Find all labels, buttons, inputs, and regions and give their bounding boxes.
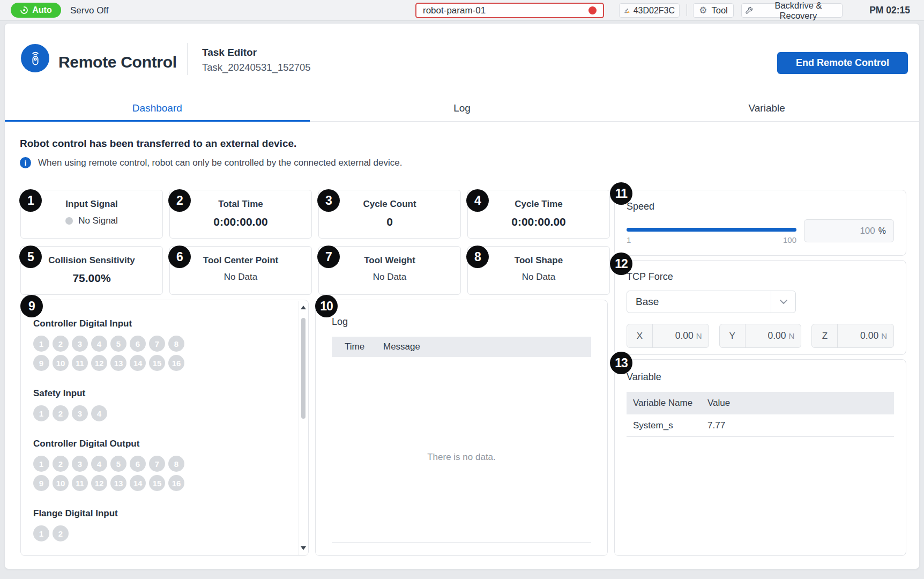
stat-card-title: Tool Weight — [364, 255, 415, 266]
log-panel-title: Log — [332, 316, 348, 328]
speed-slider-track[interactable] — [627, 228, 796, 232]
io-indicator-14: 14 — [130, 355, 146, 371]
axis-label-x: X — [627, 324, 653, 347]
stat-card-cycle-count: 3Cycle Count0 — [318, 190, 461, 239]
axis-unit: N — [696, 331, 702, 340]
variable-table-body: System_s7.77 — [627, 414, 894, 437]
io-indicator-12: 12 — [91, 475, 107, 491]
tab-bar: DashboardLogVariable — [5, 95, 919, 122]
tcp-force-panel: 12 TCP Force Base X0.00NY0.00NZ0.00N — [614, 260, 906, 355]
io-indicator-13: 13 — [110, 355, 126, 371]
tcp-force-panel-title: TCP Force — [627, 271, 673, 283]
log-panel: 10 Log TimeMessage There is no data. — [315, 300, 608, 556]
io-indicator-2: 2 — [53, 456, 69, 472]
io-group-label-controller-digital-input: Controller Digital Input — [33, 318, 299, 329]
io-indicator-13: 13 — [110, 475, 126, 491]
stat-card-input-signal: 1Input SignalNo Signal — [20, 190, 163, 239]
variable-name-cell: System_s — [627, 420, 707, 431]
robot-mode-badge[interactable]: Auto — [11, 3, 61, 18]
speed-value: 100 — [860, 226, 875, 236]
tcp-force-z-field: Z0.00N — [811, 324, 894, 348]
io-indicator-15: 15 — [149, 355, 165, 371]
io-indicator-9: 9 — [33, 475, 49, 491]
page-title: Remote Control — [58, 53, 177, 71]
tool-button[interactable]: ⚙ Tool — [693, 3, 734, 18]
annotation-badge-12: 12 — [610, 253, 632, 275]
speed-unit: % — [878, 226, 886, 236]
axis-value-wrap: 0.00N — [838, 324, 893, 347]
tcp-force-x-field: X0.00N — [627, 324, 709, 348]
tab-log[interactable]: Log — [310, 95, 615, 121]
end-remote-control-button[interactable]: End Remote Control — [777, 52, 908, 74]
slider-min-label: 1 — [627, 235, 631, 244]
program-name-field[interactable]: robot-param-01 — [415, 3, 604, 18]
speed-value-input[interactable]: 100 % — [804, 219, 894, 242]
io-scrollbar[interactable] — [299, 301, 308, 555]
stat-card-value: 0:00:00.00 — [213, 216, 268, 228]
io-indicator-10: 10 — [53, 475, 69, 491]
stat-card-value: 75.00% — [72, 272, 110, 285]
backdrive-recovery-button[interactable]: Backdrive & Recovery — [741, 3, 843, 18]
stat-card-value-row: 0:00:00.00 — [213, 216, 268, 228]
tab-label: Dashboard — [132, 102, 182, 114]
stat-card-value-row: No Data — [373, 272, 406, 283]
annotation-badge-9: 9 — [20, 295, 43, 317]
variable-column-variable-name: Variable Name — [627, 398, 707, 409]
io-indicator-12: 12 — [91, 355, 107, 371]
stat-card-value-row: No Signal — [65, 216, 118, 226]
servo-status: Servo Off — [70, 0, 109, 21]
program-name-value: robot-param-01 — [423, 5, 588, 16]
top-status-bar: Auto Servo Off robot-param-01 43D02F3C ⚙… — [0, 0, 924, 21]
tcp-force-axes: X0.00NY0.00NZ0.00N — [627, 324, 894, 348]
scroll-up-arrow[interactable] — [301, 306, 306, 309]
tcp-force-y-field: Y0.00N — [719, 324, 802, 348]
transfer-message: Robot control has been transferred to an… — [20, 138, 296, 150]
stat-card-value-row: No Data — [522, 272, 555, 283]
scrollbar-thumb[interactable] — [301, 318, 305, 419]
io-indicator-15: 15 — [149, 475, 165, 491]
robot-id-button[interactable]: 43D02F3C — [619, 3, 680, 18]
stat-card-total-time: 2Total Time0:00:00.00 — [169, 190, 312, 239]
scroll-down-arrow[interactable] — [301, 546, 306, 550]
speed-panel: 11 Speed 1 100 100 % — [614, 190, 906, 256]
io-indicator-9: 9 — [33, 355, 49, 371]
io-indicator-8: 8 — [168, 456, 184, 472]
stat-card-value-row: 75.00% — [72, 272, 110, 285]
robot-warning-icon — [624, 6, 630, 16]
log-table-header: TimeMessage — [332, 337, 591, 357]
clock: PM 02:15 — [869, 0, 910, 21]
robot-id-value: 43D02F3C — [634, 6, 675, 16]
stat-card-tool-weight: 7Tool WeightNo Data — [318, 246, 461, 295]
tab-dashboard[interactable]: Dashboard — [5, 95, 310, 121]
io-indicator-5: 5 — [110, 336, 126, 352]
io-indicator-1: 1 — [33, 405, 49, 421]
stat-card-value: 0:00:00.00 — [511, 216, 566, 228]
axis-label-z: Z — [812, 324, 838, 347]
axis-value: 0.00 — [675, 330, 694, 342]
tab-label: Log — [453, 102, 471, 114]
annotation-badge-10: 10 — [315, 295, 338, 317]
io-indicator-2: 2 — [53, 336, 69, 352]
backdrive-button-label: Backdrive & Recovery — [758, 1, 839, 21]
io-indicator-3: 3 — [72, 405, 88, 421]
speed-panel-title: Speed — [627, 201, 654, 212]
task-name: Task_20240531_152705 — [202, 62, 311, 73]
tab-variable[interactable]: Variable — [614, 95, 919, 121]
speed-slider[interactable]: 1 100 — [627, 219, 796, 244]
io-circle-row: 910111213141516 — [33, 475, 299, 491]
signal-indicator-dot — [65, 217, 73, 225]
reference-frame-select[interactable]: Base — [627, 291, 796, 313]
speed-slider-labels: 1 100 — [627, 235, 796, 244]
active-tab-underline — [5, 120, 310, 122]
stat-card-title: Collision Sensitivity — [48, 255, 135, 266]
info-row: i When using remote control, robot can o… — [20, 157, 402, 168]
io-indicator-4: 4 — [91, 336, 107, 352]
io-circle-row: 12345678 — [33, 336, 299, 352]
stat-card-value: No Data — [373, 272, 406, 283]
annotation-badge-5: 5 — [19, 246, 42, 268]
io-circle-row: 12345678 — [33, 456, 299, 472]
variable-column-value: Value — [707, 398, 730, 409]
stat-card-title: Cycle Time — [515, 199, 562, 210]
stat-card-title: Cycle Count — [363, 199, 416, 210]
annotation-badge-3: 3 — [317, 189, 340, 212]
